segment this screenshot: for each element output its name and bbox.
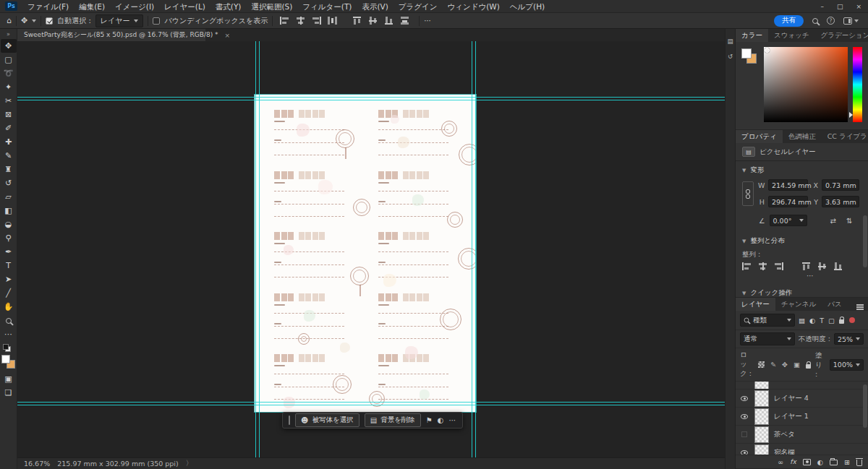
layer-thumbnail[interactable] [754, 444, 769, 455]
align-right-icon[interactable] [774, 262, 783, 270]
link-layers-icon[interactable]: ∞ [778, 458, 783, 466]
collapsed-panel-icon[interactable]: ▤ [727, 38, 733, 45]
layer-thumbnail[interactable] [754, 426, 769, 443]
canvas-area[interactable]: ☻ 被写体を選択 ▤ 背景を削除 ⚑ ◐ ⋯ [17, 41, 725, 457]
zoom-level[interactable]: 16.67% [24, 460, 50, 468]
frame-tool[interactable]: ⊠ [1, 108, 17, 121]
opacity-dropdown[interactable]: 25% [834, 333, 864, 345]
filter-toggle-icon[interactable] [849, 317, 855, 323]
align-right-icon[interactable] [312, 17, 321, 25]
gradient-tool[interactable]: ◧ [1, 204, 17, 218]
flip-vertical-icon[interactable]: ⇅ [846, 217, 852, 225]
align-section-header[interactable]: ▼ 整列と分布 [736, 232, 868, 250]
menu-item[interactable]: レイヤー(L) [159, 2, 210, 11]
properties-scrollbar[interactable] [863, 215, 867, 267]
flip-horizontal-icon[interactable]: ⇄ [830, 217, 836, 225]
guide-horizontal[interactable] [17, 100, 725, 100]
tab-adjustments[interactable]: 色調補正 [783, 130, 822, 143]
align-left-icon[interactable] [280, 17, 289, 25]
blur-tool[interactable]: ◒ [1, 218, 17, 231]
align-center-h-icon[interactable] [296, 17, 305, 25]
search-icon[interactable] [812, 18, 818, 24]
document-tab[interactable]: SweetParty宛名シール(85 x 50).psd @ 16.7% (背景… [17, 29, 205, 41]
guide-horizontal[interactable] [17, 402, 725, 403]
move-tool[interactable]: ✥ [1, 39, 17, 53]
history-brush-tool[interactable]: ↺ [1, 176, 17, 190]
workspace-icon[interactable] [843, 17, 852, 25]
layer-row[interactable]: 宛名欄 [736, 444, 868, 455]
color-field[interactable] [764, 47, 848, 122]
new-group-icon[interactable] [830, 460, 838, 465]
smart-object-filter-icon[interactable] [839, 319, 844, 324]
document-page[interactable] [255, 95, 476, 412]
x-field[interactable]: 0.73 mm [822, 179, 859, 191]
clone-stamp-tool[interactable]: ♜ [1, 163, 17, 176]
crop-tool[interactable]: ✂ [1, 94, 17, 108]
history-panel-icon[interactable]: ↺ [728, 53, 733, 60]
brush-tool[interactable]: ✎ [1, 149, 17, 163]
photoshop-logo[interactable]: Ps [5, 1, 17, 11]
menu-item[interactable]: ウィンドウ(W) [443, 2, 505, 11]
align-more-icon[interactable]: ⋯ [736, 270, 868, 280]
type-layer-filter-icon[interactable]: T [820, 317, 824, 324]
visibility-cell[interactable] [739, 450, 749, 455]
taskbar-drag-handle[interactable] [289, 416, 290, 425]
align-top-icon[interactable] [802, 262, 812, 270]
eyedropper-tool[interactable]: ✐ [1, 121, 17, 135]
default-colors-icon[interactable] [3, 344, 11, 352]
adjustment-layer-filter-icon[interactable]: ◐ [809, 317, 815, 324]
rotation-field[interactable]: 0.00° [770, 215, 807, 226]
hand-tool[interactable]: ✋ [1, 300, 17, 314]
quick-mask-button[interactable]: ▣ [1, 372, 17, 386]
guide-vertical[interactable] [475, 41, 476, 457]
distribute-v-icon[interactable] [401, 17, 410, 25]
taskbar-more-icon[interactable]: ⋯ [449, 416, 456, 424]
menu-item[interactable]: 表示(V) [357, 2, 393, 11]
lasso-tool[interactable]: ➰ [1, 66, 17, 80]
eraser-tool[interactable]: ▱ [1, 190, 17, 204]
foreground-color-swatch[interactable] [1, 355, 10, 363]
select-subject-button[interactable]: ☻ 被写体を選択 [295, 413, 359, 427]
dodge-tool[interactable]: ⚲ [1, 231, 17, 245]
rectangular-marquee-tool[interactable]: ▢ [1, 53, 17, 66]
status-popup-arrow-icon[interactable]: 〉 [186, 459, 193, 468]
align-bottom-icon[interactable] [834, 262, 843, 270]
share-button[interactable]: 共有 [774, 15, 804, 27]
layer-thumbnail[interactable] [754, 408, 769, 425]
edit-toolbar-tool[interactable]: ⋯ [1, 327, 17, 341]
zoom-tool[interactable] [1, 314, 17, 327]
align-center-v-icon[interactable] [369, 17, 378, 25]
shape-layer-filter-icon[interactable]: ▢ [828, 317, 835, 324]
hidden-eye-box[interactable] [741, 431, 747, 437]
y-field[interactable]: 3.63 mm [822, 196, 859, 207]
layers-scrollbar[interactable] [863, 384, 867, 428]
guide-vertical[interactable] [259, 41, 260, 457]
adjustments-icon[interactable]: ◐ [438, 416, 444, 424]
object-selection-tool[interactable]: ✦ [1, 80, 17, 94]
close-button[interactable]: × [849, 3, 868, 10]
menu-item[interactable]: 書式(Y) [210, 2, 247, 11]
adjustment-layer-icon[interactable]: ◐ [817, 458, 823, 466]
link-dimensions-icon[interactable] [742, 181, 754, 206]
tab-gradients[interactable]: グラデーション [815, 29, 868, 42]
delete-layer-icon[interactable] [856, 460, 862, 466]
tab-properties[interactable]: プロパティ [736, 130, 783, 143]
transform-section-header[interactable]: ▼ 変形 [736, 161, 868, 179]
layer-mask-icon[interactable] [803, 459, 811, 465]
guide-vertical[interactable] [255, 41, 256, 457]
align-bottom-icon[interactable] [385, 17, 394, 25]
layer-style-icon[interactable]: fx [790, 458, 796, 465]
maximize-button[interactable]: □ [830, 3, 850, 10]
tab-swatches[interactable]: スウォッチ [768, 29, 815, 42]
lock-artboard-icon[interactable]: ▣ [793, 361, 800, 369]
layer-row[interactable]: 茶ベタ [736, 426, 868, 444]
guide-horizontal[interactable] [17, 405, 725, 405]
visibility-cell[interactable] [739, 396, 749, 401]
quick-actions-header[interactable]: ▼ クイック操作 [736, 284, 868, 302]
screen-mode-button[interactable]: ❏ [1, 386, 17, 400]
menu-item[interactable]: ヘルプ(H) [505, 2, 550, 11]
blend-mode-dropdown[interactable]: 通常 [740, 332, 795, 345]
layer-thumbnail[interactable] [754, 382, 769, 390]
home-icon[interactable]: ⌂ [7, 16, 12, 25]
visibility-cell[interactable] [739, 431, 749, 437]
